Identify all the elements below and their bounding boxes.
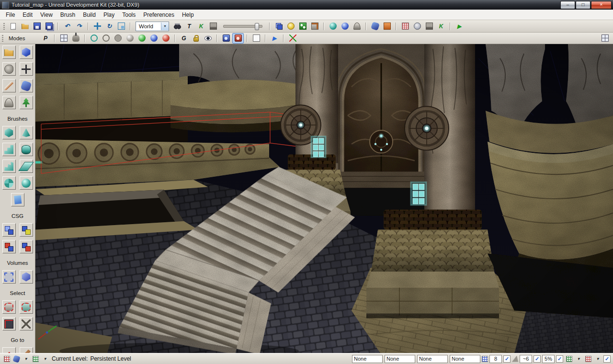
title-bar[interactable]: Tutorial_map - Unreal Development Kit (3… bbox=[0, 0, 613, 10]
viewmode-unlit-icon[interactable] bbox=[112, 33, 124, 44]
brush-cube[interactable] bbox=[2, 126, 16, 139]
separator[interactable] bbox=[393, 21, 399, 32]
build-geometry-icon[interactable] bbox=[273, 21, 284, 32]
brush-spiral-stairs[interactable] bbox=[2, 176, 16, 190]
maximize-button[interactable]: □ bbox=[576, 1, 590, 9]
editor-windows-icon[interactable]: T bbox=[183, 21, 195, 32]
separator[interactable] bbox=[244, 33, 250, 44]
tools-drawer-icon[interactable] bbox=[423, 21, 435, 32]
separator[interactable] bbox=[262, 33, 268, 44]
widget-mode-icon[interactable] bbox=[287, 33, 298, 44]
lightmass-icon[interactable] bbox=[411, 21, 423, 32]
minimize-button[interactable]: – bbox=[560, 1, 575, 9]
streaming-caret-icon[interactable]: ▾ bbox=[41, 355, 49, 363]
viewmode-lit-icon[interactable] bbox=[124, 33, 136, 44]
preview-shader-icon[interactable] bbox=[327, 21, 339, 32]
goto-actor[interactable]: A bbox=[2, 347, 16, 353]
autosave-checkbox[interactable]: ✓ bbox=[603, 355, 611, 363]
save-all-icon[interactable] bbox=[43, 21, 55, 32]
menu-item[interactable]: Help bbox=[178, 11, 198, 19]
grid-snap-value[interactable]: 8 bbox=[489, 355, 502, 363]
csg-intersect[interactable] bbox=[2, 240, 16, 253]
open-map-icon[interactable] bbox=[19, 21, 31, 32]
volume-add[interactable] bbox=[2, 270, 16, 284]
separator[interactable] bbox=[267, 21, 272, 32]
viewmode-brushwire-icon[interactable] bbox=[88, 33, 100, 44]
brush-sphere[interactable] bbox=[20, 176, 33, 190]
rotation-snap-checkbox[interactable]: ✓ bbox=[534, 355, 541, 363]
brush-cone[interactable] bbox=[20, 126, 33, 139]
content-browser-icon[interactable] bbox=[207, 21, 219, 32]
menu-item[interactable]: Play bbox=[100, 11, 118, 19]
viewmode-shader-icon[interactable] bbox=[160, 33, 171, 44]
scale-snap-checkbox[interactable]: ✓ bbox=[556, 355, 563, 363]
clip-caret-icon[interactable]: ▾ bbox=[593, 355, 602, 363]
separator[interactable] bbox=[82, 33, 88, 44]
build-paths-icon[interactable] bbox=[297, 21, 308, 32]
camera-speed-slider[interactable] bbox=[223, 25, 262, 28]
menu-item[interactable]: Build bbox=[79, 11, 100, 19]
game-view-icon[interactable]: G bbox=[178, 33, 190, 44]
scale-snap-value[interactable]: 5% bbox=[542, 355, 555, 363]
show-flags-icon[interactable] bbox=[202, 33, 214, 44]
selection-field-3[interactable]: None bbox=[417, 355, 448, 363]
separator[interactable] bbox=[172, 33, 178, 44]
viewmode-detail-icon[interactable] bbox=[136, 33, 148, 44]
play-in-editor-icon[interactable]: ▶ bbox=[454, 21, 465, 32]
separator[interactable] bbox=[214, 33, 220, 44]
mode-terrain[interactable] bbox=[2, 62, 16, 76]
perspective-viewport[interactable] bbox=[35, 44, 613, 353]
play-settings-icon[interactable] bbox=[351, 21, 363, 32]
save-map-icon[interactable] bbox=[31, 21, 43, 32]
mode-static-mesh[interactable] bbox=[20, 79, 33, 92]
rotate-tool-icon[interactable]: ↻ bbox=[103, 21, 115, 32]
separator[interactable] bbox=[281, 33, 286, 44]
close-button[interactable]: × bbox=[591, 1, 612, 9]
separator[interactable] bbox=[55, 21, 61, 32]
select-cut[interactable] bbox=[20, 317, 33, 330]
sentinel-icon[interactable] bbox=[399, 21, 411, 32]
perspective-view-icon[interactable]: P bbox=[40, 33, 51, 44]
brush-volumetric[interactable] bbox=[11, 193, 24, 206]
separator[interactable] bbox=[127, 21, 133, 32]
menu-item[interactable]: Preferences bbox=[139, 11, 178, 19]
lock-viewport-icon[interactable] bbox=[190, 33, 202, 44]
selection-field-2[interactable]: None bbox=[385, 355, 415, 363]
build-lighting-icon[interactable] bbox=[285, 21, 296, 32]
goto-builder[interactable] bbox=[20, 347, 33, 353]
mode-camera[interactable] bbox=[2, 46, 16, 59]
separator[interactable] bbox=[363, 21, 369, 32]
find-actors-icon[interactable] bbox=[171, 21, 183, 32]
toolbar-grip[interactable] bbox=[3, 23, 5, 30]
viewmode-wireframe-icon[interactable] bbox=[100, 33, 112, 44]
realtime-icon[interactable] bbox=[70, 33, 81, 44]
mode-foliage[interactable] bbox=[20, 96, 33, 109]
undo-icon[interactable]: ↶ bbox=[61, 21, 73, 32]
redo-icon[interactable]: ↷ bbox=[73, 21, 85, 32]
play-viewport-icon[interactable]: ▶ bbox=[269, 33, 280, 44]
matinee-icon[interactable] bbox=[369, 21, 381, 32]
camera-locked-icon[interactable] bbox=[232, 33, 244, 44]
level-menu-caret-icon[interactable]: ▾ bbox=[22, 355, 30, 363]
menu-item[interactable]: Tools bbox=[118, 11, 139, 19]
viewport-layout-icon[interactable] bbox=[58, 33, 69, 44]
mode-geometry[interactable] bbox=[20, 46, 33, 59]
lighting-quality-icon[interactable] bbox=[339, 21, 351, 32]
csg-add[interactable] bbox=[2, 223, 16, 237]
selection-field-1[interactable]: None bbox=[352, 355, 383, 363]
toolbar-grip[interactable] bbox=[2, 34, 3, 42]
squint-mode-icon[interactable] bbox=[250, 33, 262, 44]
dock-toolbar-button[interactable] bbox=[599, 33, 611, 44]
volume-caret-icon[interactable]: ▾ bbox=[574, 355, 583, 363]
level-grid-icon[interactable] bbox=[2, 355, 11, 363]
csg-deintersect[interactable] bbox=[20, 240, 33, 253]
separator[interactable] bbox=[52, 33, 57, 44]
mode-brush-clip[interactable] bbox=[2, 79, 16, 92]
csg-subtract[interactable] bbox=[20, 223, 33, 237]
new-map-icon[interactable] bbox=[7, 21, 19, 32]
volume-cube[interactable] bbox=[20, 270, 33, 284]
separator[interactable] bbox=[321, 21, 327, 32]
translate-tool-icon[interactable] bbox=[91, 21, 103, 32]
mode-texture-align[interactable] bbox=[20, 62, 33, 76]
separator[interactable] bbox=[85, 21, 91, 32]
